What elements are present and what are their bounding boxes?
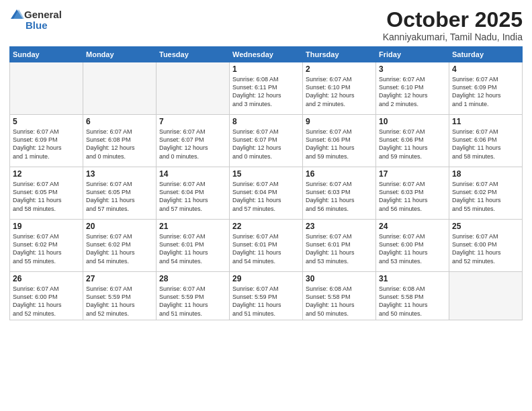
table-row: 16Sunrise: 6:07 AMSunset: 6:03 PMDayligh…	[303, 167, 376, 220]
day-number: 30	[306, 274, 373, 283]
logo-icon	[9, 8, 24, 20]
day-number: 10	[379, 117, 446, 126]
day-number: 20	[86, 222, 153, 231]
day-number: 23	[306, 222, 373, 231]
day-number: 5	[13, 117, 80, 126]
day-info: Sunrise: 6:07 AMSunset: 6:10 PMDaylight:…	[306, 75, 373, 108]
header-friday: Friday	[376, 47, 449, 62]
day-info: Sunrise: 6:07 AMSunset: 6:01 PMDaylight:…	[159, 232, 226, 265]
day-number: 6	[86, 117, 153, 126]
day-number: 15	[232, 169, 300, 179]
table-row: 2Sunrise: 6:07 AMSunset: 6:10 PMDaylight…	[303, 62, 376, 115]
day-info: Sunrise: 6:07 AMSunset: 5:59 PMDaylight:…	[86, 285, 153, 318]
day-number: 29	[232, 274, 300, 283]
day-number: 16	[306, 169, 373, 179]
header-thursday: Thursday	[303, 47, 376, 62]
title-area: October 2025 Kanniyakumari, Tamil Nadu, …	[383, 8, 523, 42]
day-info: Sunrise: 6:07 AMSunset: 6:09 PMDaylight:…	[452, 75, 519, 108]
logo: General Blue	[9, 8, 62, 30]
table-row	[449, 272, 523, 320]
header-wednesday: Wednesday	[230, 47, 303, 62]
day-number: 13	[86, 169, 153, 179]
day-info: Sunrise: 6:07 AMSunset: 6:06 PMDaylight:…	[379, 128, 446, 161]
day-info: Sunrise: 6:07 AMSunset: 6:09 PMDaylight:…	[13, 128, 80, 161]
table-row: 28Sunrise: 6:07 AMSunset: 5:59 PMDayligh…	[157, 272, 230, 320]
day-info: Sunrise: 6:07 AMSunset: 6:00 PMDaylight:…	[379, 232, 446, 265]
table-row: 23Sunrise: 6:07 AMSunset: 6:01 PMDayligh…	[303, 220, 376, 272]
table-row: 10Sunrise: 6:07 AMSunset: 6:06 PMDayligh…	[376, 115, 449, 167]
day-info: Sunrise: 6:08 AMSunset: 6:11 PMDaylight:…	[232, 75, 300, 108]
day-info: Sunrise: 6:07 AMSunset: 6:06 PMDaylight:…	[306, 128, 373, 161]
day-info: Sunrise: 6:07 AMSunset: 6:03 PMDaylight:…	[306, 180, 373, 213]
day-number: 1	[232, 64, 300, 74]
table-row: 22Sunrise: 6:07 AMSunset: 6:01 PMDayligh…	[230, 220, 303, 272]
day-number: 27	[86, 274, 153, 283]
table-row: 7Sunrise: 6:07 AMSunset: 6:07 PMDaylight…	[157, 115, 230, 167]
day-info: Sunrise: 6:07 AMSunset: 5:59 PMDaylight:…	[159, 285, 226, 318]
table-row: 27Sunrise: 6:07 AMSunset: 5:59 PMDayligh…	[83, 272, 157, 320]
day-number: 11	[452, 117, 519, 126]
table-row: 31Sunrise: 6:08 AMSunset: 5:58 PMDayligh…	[376, 272, 449, 320]
month-title: October 2025	[383, 8, 523, 32]
day-number: 19	[13, 222, 80, 231]
day-info: Sunrise: 6:07 AMSunset: 6:07 PMDaylight:…	[232, 128, 300, 161]
table-row	[10, 62, 83, 115]
day-number: 26	[13, 274, 80, 283]
logo-general: General	[24, 9, 62, 19]
day-number: 4	[452, 64, 519, 74]
table-row: 3Sunrise: 6:07 AMSunset: 6:10 PMDaylight…	[376, 62, 449, 115]
table-row: 21Sunrise: 6:07 AMSunset: 6:01 PMDayligh…	[157, 220, 230, 272]
day-number: 2	[306, 64, 373, 74]
day-number: 9	[306, 117, 373, 126]
header-monday: Monday	[83, 47, 157, 62]
calendar-week-row: 19Sunrise: 6:07 AMSunset: 6:02 PMDayligh…	[10, 220, 523, 272]
day-info: Sunrise: 6:07 AMSunset: 6:04 PMDaylight:…	[159, 180, 226, 213]
table-row: 4Sunrise: 6:07 AMSunset: 6:09 PMDaylight…	[449, 62, 523, 115]
day-info: Sunrise: 6:07 AMSunset: 6:03 PMDaylight:…	[379, 180, 446, 213]
day-number: 8	[232, 117, 300, 126]
day-info: Sunrise: 6:07 AMSunset: 6:05 PMDaylight:…	[13, 180, 80, 213]
day-info: Sunrise: 6:07 AMSunset: 6:02 PMDaylight:…	[86, 232, 153, 265]
table-row: 18Sunrise: 6:07 AMSunset: 6:02 PMDayligh…	[449, 167, 523, 220]
day-info: Sunrise: 6:07 AMSunset: 6:10 PMDaylight:…	[379, 75, 446, 108]
day-info: Sunrise: 6:07 AMSunset: 6:00 PMDaylight:…	[452, 232, 519, 265]
day-info: Sunrise: 6:07 AMSunset: 6:02 PMDaylight:…	[13, 232, 80, 265]
table-row: 11Sunrise: 6:07 AMSunset: 6:06 PMDayligh…	[449, 115, 523, 167]
calendar-week-row: 26Sunrise: 6:07 AMSunset: 6:00 PMDayligh…	[10, 272, 523, 320]
table-row: 15Sunrise: 6:07 AMSunset: 6:04 PMDayligh…	[230, 167, 303, 220]
calendar-week-row: 12Sunrise: 6:07 AMSunset: 6:05 PMDayligh…	[10, 167, 523, 220]
day-number: 12	[13, 169, 80, 179]
table-row: 13Sunrise: 6:07 AMSunset: 6:05 PMDayligh…	[83, 167, 157, 220]
day-info: Sunrise: 6:07 AMSunset: 6:00 PMDaylight:…	[13, 285, 80, 318]
table-row: 30Sunrise: 6:08 AMSunset: 5:58 PMDayligh…	[303, 272, 376, 320]
day-info: Sunrise: 6:07 AMSunset: 6:01 PMDaylight:…	[232, 232, 300, 265]
table-row: 24Sunrise: 6:07 AMSunset: 6:00 PMDayligh…	[376, 220, 449, 272]
header-sunday: Sunday	[10, 47, 83, 62]
header-area: General Blue October 2025 Kanniyakumari,…	[9, 8, 523, 42]
day-info: Sunrise: 6:07 AMSunset: 5:59 PMDaylight:…	[232, 285, 300, 318]
day-number: 22	[232, 222, 300, 231]
calendar-week-row: 1Sunrise: 6:08 AMSunset: 6:11 PMDaylight…	[10, 62, 523, 115]
day-info: Sunrise: 6:08 AMSunset: 5:58 PMDaylight:…	[379, 285, 446, 318]
calendar-header-row: Sunday Monday Tuesday Wednesday Thursday…	[10, 47, 523, 62]
day-info: Sunrise: 6:07 AMSunset: 6:06 PMDaylight:…	[452, 128, 519, 161]
day-number: 18	[452, 169, 519, 179]
day-info: Sunrise: 6:07 AMSunset: 6:07 PMDaylight:…	[159, 128, 226, 161]
calendar-container: General Blue October 2025 Kanniyakumari,…	[0, 0, 532, 411]
table-row: 9Sunrise: 6:07 AMSunset: 6:06 PMDaylight…	[303, 115, 376, 167]
table-row	[83, 62, 157, 115]
day-info: Sunrise: 6:07 AMSunset: 6:01 PMDaylight:…	[306, 232, 373, 265]
table-row: 12Sunrise: 6:07 AMSunset: 6:05 PMDayligh…	[10, 167, 83, 220]
logo-blue: Blue	[26, 20, 48, 30]
table-row: 17Sunrise: 6:07 AMSunset: 6:03 PMDayligh…	[376, 167, 449, 220]
calendar-table: Sunday Monday Tuesday Wednesday Thursday…	[9, 46, 523, 320]
day-info: Sunrise: 6:08 AMSunset: 5:58 PMDaylight:…	[306, 285, 373, 318]
day-number: 31	[379, 274, 446, 283]
table-row: 29Sunrise: 6:07 AMSunset: 5:59 PMDayligh…	[230, 272, 303, 320]
day-number: 25	[452, 222, 519, 231]
table-row: 20Sunrise: 6:07 AMSunset: 6:02 PMDayligh…	[83, 220, 157, 272]
day-number: 21	[159, 222, 226, 231]
table-row: 25Sunrise: 6:07 AMSunset: 6:00 PMDayligh…	[449, 220, 523, 272]
day-info: Sunrise: 6:07 AMSunset: 6:02 PMDaylight:…	[452, 180, 519, 213]
day-number: 17	[379, 169, 446, 179]
